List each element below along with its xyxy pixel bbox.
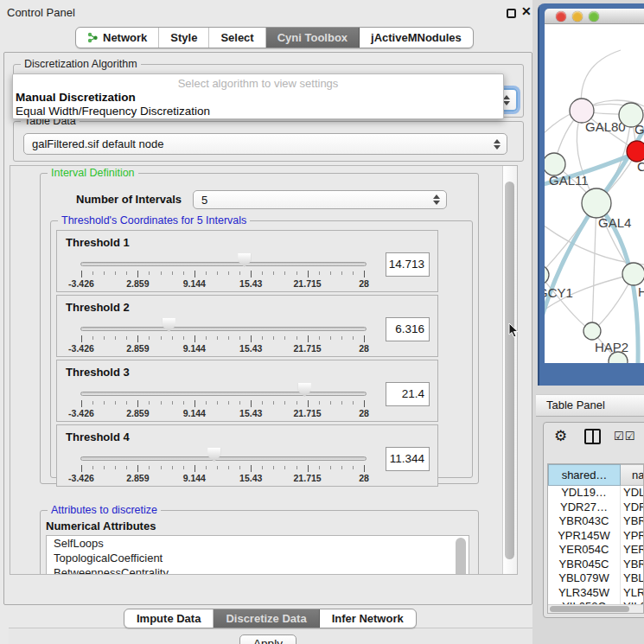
slider-tick bbox=[228, 271, 229, 275]
threshold-value-field[interactable]: 14.713 bbox=[386, 252, 430, 277]
column-header-shared[interactable]: shared… bbox=[548, 464, 621, 486]
slider-tick bbox=[239, 336, 240, 340]
slider-tick bbox=[284, 401, 285, 405]
cell-shared-name: YBR043C bbox=[548, 514, 621, 529]
scrollbar-thumb[interactable] bbox=[505, 182, 514, 559]
slider-tick bbox=[104, 336, 105, 340]
table-row[interactable]: YBL079WYBL0 bbox=[548, 571, 644, 586]
slider-tick bbox=[194, 335, 195, 342]
zoom-traffic-light-icon[interactable] bbox=[589, 11, 599, 22]
slider-tick bbox=[251, 271, 252, 277]
slider-tick bbox=[364, 465, 365, 472]
cell-name: YBR0 bbox=[621, 514, 644, 529]
slider-tick bbox=[161, 401, 162, 405]
attribute-list-item[interactable]: BetweennessCentrality bbox=[47, 565, 469, 575]
table-horizontal-scrollbar[interactable] bbox=[548, 604, 643, 613]
tab-network[interactable]: Network bbox=[76, 28, 159, 48]
slider-tick-label: -3.426 bbox=[68, 408, 94, 418]
close-icon[interactable]: ✕ bbox=[521, 4, 532, 18]
close-traffic-light-icon[interactable] bbox=[556, 11, 566, 22]
slider-tick bbox=[92, 401, 93, 405]
tab-label: jActiveMNodules bbox=[371, 31, 462, 44]
threshold-value-field[interactable]: 6.316 bbox=[386, 317, 430, 341]
tab-discretize-data[interactable]: Discretize Data bbox=[214, 609, 319, 628]
threshold-value-field[interactable]: 11.344 bbox=[386, 447, 430, 471]
numerical-attributes-list[interactable]: SelfLoopsTopologicalCoefficientBetweenne… bbox=[46, 535, 469, 575]
slider-track[interactable] bbox=[80, 262, 367, 266]
popup-item[interactable]: Equal Width/Frequency Discretization bbox=[16, 105, 501, 118]
apply-button[interactable]: Apply bbox=[239, 634, 296, 644]
attribute-list-item[interactable]: TopologicalCoefficient bbox=[47, 551, 469, 565]
table-row[interactable]: YLR345WYLR3 bbox=[548, 586, 644, 601]
minimize-traffic-light-icon[interactable] bbox=[572, 11, 583, 22]
slider-tick bbox=[296, 401, 297, 405]
slider-tick bbox=[353, 336, 354, 340]
table-row[interactable]: YDR27…YDR2 bbox=[548, 501, 644, 515]
scrollbar-thumb[interactable] bbox=[550, 606, 629, 612]
network-node-label: GCY1 bbox=[545, 285, 573, 300]
slider-tick bbox=[273, 466, 274, 469]
network-canvas[interactable]: GAL80GACGAL11GAL4GCY1HHAP2 bbox=[545, 24, 644, 363]
cell-name: YPR1 bbox=[621, 529, 644, 544]
network-node[interactable] bbox=[545, 265, 549, 284]
slider-tick-label: 2.859 bbox=[126, 473, 149, 483]
tab-infer-network[interactable]: Infer Network bbox=[320, 609, 416, 628]
slider-track[interactable] bbox=[80, 392, 367, 396]
slider-track[interactable] bbox=[80, 327, 367, 331]
table-row[interactable]: YBR043CYBR0 bbox=[548, 514, 644, 529]
slider-tick bbox=[308, 465, 309, 472]
cell-shared-name: YDR27… bbox=[548, 501, 621, 515]
settings-scroll-area: Interval Definition Number of Intervals … bbox=[10, 165, 518, 575]
network-node[interactable] bbox=[622, 263, 644, 285]
slider-tick-label: 9.144 bbox=[183, 278, 206, 289]
slider-tick bbox=[330, 466, 331, 469]
tab-jactivemnodules[interactable]: jActiveMNodules bbox=[360, 28, 473, 48]
slider-tick bbox=[194, 465, 195, 472]
slider-tick-label: 9.144 bbox=[183, 408, 206, 418]
list-scrollbar[interactable] bbox=[456, 538, 466, 575]
network-window-titlebar[interactable] bbox=[545, 9, 644, 24]
slider-tick bbox=[228, 466, 229, 469]
slider-tick bbox=[92, 336, 93, 340]
network-icon bbox=[87, 32, 99, 43]
slider-tick bbox=[341, 466, 342, 469]
table-row[interactable]: YER054CYER0 bbox=[548, 543, 644, 558]
slider-tick bbox=[206, 466, 207, 469]
network-node-label: HAP2 bbox=[595, 340, 628, 354]
slider-tick bbox=[194, 400, 195, 407]
attribute-list-item[interactable]: SelfLoops bbox=[47, 536, 469, 551]
tab-impute-data[interactable]: Impute Data bbox=[124, 609, 214, 628]
slider-tick bbox=[104, 271, 105, 275]
slider-tick bbox=[183, 336, 184, 340]
network-node-label: H bbox=[638, 284, 644, 299]
column-header-name[interactable]: na bbox=[621, 464, 644, 486]
table-row[interactable]: YBR045CYBR0 bbox=[548, 558, 644, 572]
table-row[interactable]: YDL19…YDL1 bbox=[548, 486, 644, 501]
cell-name: YDR2 bbox=[621, 501, 644, 515]
network-node-label: C bbox=[637, 159, 644, 174]
tab-cyni-toolbox[interactable]: Cyni Toolbox bbox=[266, 28, 360, 48]
number-of-intervals-combobox[interactable]: 5 bbox=[193, 190, 447, 209]
gear-icon[interactable]: ⚙ bbox=[554, 427, 567, 445]
panel-scrollbar[interactable] bbox=[502, 166, 517, 575]
slider-tick-label: 2.859 bbox=[126, 343, 149, 354]
cell-shared-name: YDL19… bbox=[548, 486, 621, 501]
slider-tick-label: 15.43 bbox=[239, 278, 262, 289]
slider-tick-label: 21.715 bbox=[294, 408, 322, 418]
checkbox-icons[interactable]: ☑☑ bbox=[614, 430, 635, 443]
threshold-label: Threshold 3 bbox=[66, 366, 130, 379]
slider-tick bbox=[172, 466, 173, 469]
tab-label: Style bbox=[170, 31, 197, 44]
tab-style[interactable]: Style bbox=[159, 28, 209, 48]
slider-tick bbox=[161, 336, 162, 340]
table-data-combobox[interactable]: galFiltered.sif default node bbox=[23, 133, 507, 155]
network-node[interactable] bbox=[582, 188, 611, 218]
table-row[interactable]: YPR145WYPR1 bbox=[548, 529, 644, 544]
network-node[interactable] bbox=[583, 322, 601, 340]
columns-icon[interactable] bbox=[584, 429, 601, 444]
float-window-icon[interactable] bbox=[507, 9, 516, 18]
slider-track[interactable] bbox=[80, 456, 367, 461]
threshold-value-field[interactable]: 21.4 bbox=[386, 382, 430, 406]
tab-select[interactable]: Select bbox=[209, 28, 265, 48]
popup-item[interactable]: Manual Discretization bbox=[16, 91, 501, 104]
